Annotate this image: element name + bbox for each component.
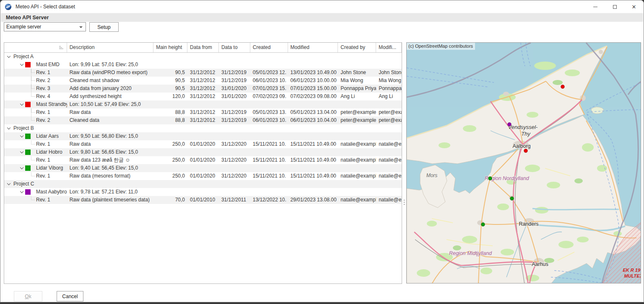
map-marker-lidar-hobro[interactable]	[510, 197, 514, 201]
map-marker-mast-strandby[interactable]	[561, 85, 565, 89]
map-marker-lidar-aars[interactable]	[488, 177, 492, 180]
map-marker-mast-emd[interactable]	[524, 149, 528, 153]
tree-cell: Rev. 3	[4, 85, 67, 93]
tree-row-rev-4[interactable]: Rev. 4Add synthesized height120,031/12/2…	[4, 93, 402, 100]
cell-by	[338, 164, 376, 172]
splitter-handle[interactable]	[402, 42, 406, 284]
cell-mby	[376, 180, 402, 188]
tree-row-lidar-viborg[interactable]: Lidar ViborgLon: 9,40 Lat: 56,45 Elev: 1…	[4, 164, 402, 172]
dataset-color-swatch	[25, 134, 31, 139]
map-panel[interactable]: (c) OpenStreetMap contributors	[406, 42, 641, 283]
cell-to: 31/01/2020	[219, 85, 250, 93]
cell-desc: Lon: 9,80 Lat: 56,65 Elev: 15,0	[67, 148, 154, 156]
chevron-expanded-icon[interactable]	[7, 54, 10, 58]
column-header-data-from[interactable]: Data from	[187, 43, 219, 52]
tree-row-rev-1[interactable]: Rev. 1Raw data250,001/01/202031/12/20201…	[4, 140, 402, 148]
cell-h	[153, 124, 187, 132]
map-canvas[interactable]: Vendsyssel-ThyAalborgMorsRegion Nordjyll…	[407, 43, 641, 283]
server-select[interactable]: Example server	[4, 22, 86, 31]
column-header-created-by[interactable]: Created by	[338, 43, 376, 52]
cell-to: 31/12/2011	[219, 196, 250, 204]
column-header-tree[interactable]	[4, 43, 67, 52]
chevron-expanded-icon[interactable]	[20, 190, 23, 193]
tree-row-rev-1[interactable]: Rev. 1Raw data 123 æøå 한글 ☺250,001/01/20…	[4, 156, 402, 164]
cell-modified	[288, 188, 338, 196]
column-header-description[interactable]: Description	[67, 43, 154, 52]
cell-h	[153, 61, 187, 69]
row-name: Project B	[13, 124, 34, 132]
tree-row-mast-aabybro[interactable]: Mast AabybroLon: 9,78 Lat: 57,21 Elev: 1…	[4, 188, 402, 196]
cell-desc: Raw data	[67, 108, 154, 116]
chevron-expanded-icon[interactable]	[20, 134, 23, 137]
row-name: Rev. 2	[36, 116, 50, 124]
ok-button[interactable]: Ok	[14, 291, 42, 301]
cell-h	[153, 132, 187, 140]
dataset-color-swatch	[25, 165, 31, 171]
tree-cell: Mast Aabybro	[4, 188, 67, 196]
tree-row-mast-strandby[interactable]: Mast StrandbyLon: 10,50 Lat: 57,49 Elev:…	[4, 100, 402, 108]
chevron-expanded-icon[interactable]	[20, 62, 23, 66]
cell-by: natalie@exampl	[338, 140, 376, 148]
tree-connector	[31, 85, 35, 89]
setup-button[interactable]: Setup	[89, 22, 119, 32]
cell-h: 250,0	[153, 172, 187, 180]
tree-row-rev-1[interactable]: Rev. 1Raw data (windPRO meteo export)90,…	[4, 69, 402, 77]
cell-by	[338, 180, 376, 188]
cell-from: 01/01/2010	[187, 196, 219, 204]
cell-from	[187, 124, 219, 132]
cell-from	[187, 53, 219, 61]
tree-row-rev-3[interactable]: Rev. 3Add data from january 202090,531/1…	[4, 85, 402, 93]
row-name: Rev. 3	[36, 85, 50, 93]
cell-to: 31/12/2019	[219, 108, 250, 116]
cell-mby: peter@exa	[376, 116, 402, 124]
cell-by: Ponnappa Priya	[338, 85, 376, 93]
column-header-modifi-[interactable]: Modifi...	[376, 43, 402, 52]
tree-row-lidar-aars[interactable]: Lidar AarsLon: 9,50 Lat: 56,80 Elev: 15,…	[4, 132, 402, 140]
chevron-expanded-icon[interactable]	[20, 150, 23, 153]
close-button[interactable]: ✕	[624, 0, 644, 13]
column-header-main-height[interactable]: Main height	[153, 43, 187, 52]
map-attribution: (c) OpenStreetMap contributors	[407, 43, 475, 50]
cell-h: 250,0	[153, 156, 187, 164]
tree-row-project-b[interactable]: Project B	[4, 124, 402, 132]
tree-row-mast-emd[interactable]: Mast EMDLon: 9,99 Lat: 57,01 Elev: 25,0	[4, 61, 402, 69]
cell-by: natalie@exampl	[338, 156, 376, 164]
map-marker-lidar-viborg[interactable]	[481, 223, 485, 227]
minimize-button[interactable]	[586, 0, 605, 13]
tree-row-project-a[interactable]: Project A	[4, 53, 402, 61]
map-label: Vendsyssel-	[508, 124, 538, 130]
chevron-expanded-icon[interactable]	[7, 182, 10, 185]
cell-mby	[376, 61, 402, 69]
cell-created	[250, 53, 288, 61]
cancel-button[interactable]: Cancel	[57, 291, 83, 301]
maximize-icon	[613, 5, 617, 9]
tree-row-rev-1[interactable]: Rev. 1Raw data (plaintext timeseries dat…	[4, 196, 402, 204]
row-name: Lidar Hobro	[36, 148, 62, 156]
row-name: Lidar Viborg	[36, 164, 63, 172]
cell-from	[187, 148, 219, 156]
tree-row-rev-1[interactable]: Rev. 1Raw data (mesores format)250,001/0…	[4, 172, 402, 180]
chevron-expanded-icon[interactable]	[7, 126, 10, 129]
chevron-expanded-icon[interactable]	[20, 102, 23, 106]
row-name: Rev. 1	[36, 140, 50, 148]
column-header-data-to[interactable]: Data to	[219, 43, 250, 52]
map-label: Randers	[519, 221, 538, 227]
cell-created	[250, 100, 288, 108]
server-section-header: Meteo API Server	[1, 13, 643, 22]
tree-row-rev-2[interactable]: Rev. 2Cleaned mast shadow90,531/12/20123…	[4, 77, 402, 85]
chevron-expanded-icon[interactable]	[20, 166, 23, 169]
cell-to	[219, 124, 250, 132]
row-name: Project A	[13, 53, 34, 61]
maximize-button[interactable]	[605, 0, 624, 13]
tree-connector	[31, 93, 35, 97]
tree-row-project-c[interactable]: Project C	[4, 180, 402, 188]
tree-cell: Rev. 4	[4, 93, 67, 100]
tree-row-lidar-hobro[interactable]: Lidar HobroLon: 9,80 Lat: 56,65 Elev: 15…	[4, 148, 402, 156]
column-header-created[interactable]: Created	[250, 43, 288, 52]
tree-row-rev-2[interactable]: Rev. 2Cleaned data88,831/12/201231/12/20…	[4, 116, 402, 124]
tree-row-rev-1[interactable]: Rev. 1Raw data88,831/12/201231/12/201905…	[4, 108, 402, 116]
map-marker-mast-aabybro[interactable]	[508, 123, 512, 126]
column-header-modified[interactable]: Modified	[288, 43, 338, 52]
cell-h: 90,5	[153, 85, 187, 93]
cell-created: 07/01/2023 15.	[250, 85, 288, 93]
